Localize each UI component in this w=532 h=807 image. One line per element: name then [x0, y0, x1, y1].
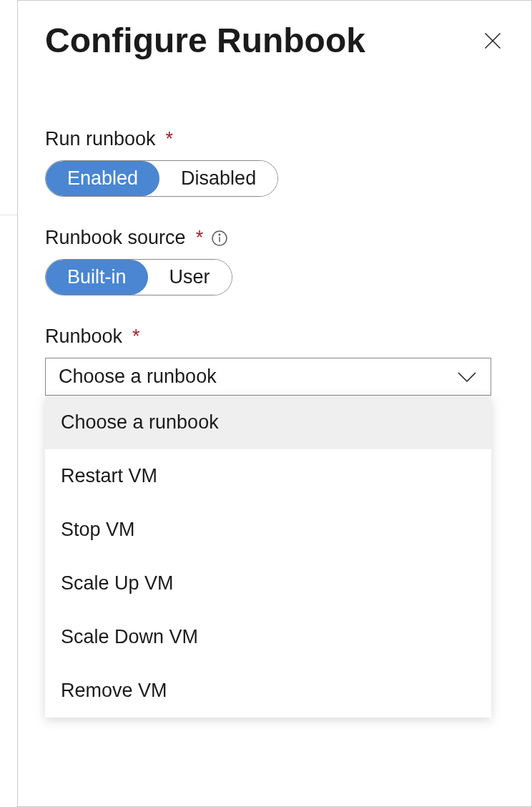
run-runbook-label: Run runbook — [45, 128, 156, 150]
panel-header: Configure Runbook — [45, 21, 504, 60]
runbook-dropdown-list: Choose a runbook Restart VM Stop VM Scal… — [45, 396, 491, 718]
runbook-label-row: Runbook * — [45, 326, 504, 348]
run-runbook-toggle: Enabled Disabled — [45, 160, 278, 197]
runbook-dropdown[interactable]: Choose a runbook — [45, 358, 491, 396]
runbook-option-scale-down-vm[interactable]: Scale Down VM — [45, 610, 491, 664]
run-runbook-enabled-option[interactable]: Enabled — [46, 161, 159, 196]
runbook-option-placeholder[interactable]: Choose a runbook — [45, 396, 491, 449]
run-runbook-label-row: Run runbook * — [45, 128, 504, 150]
runbook-option-stop-vm[interactable]: Stop VM — [45, 503, 491, 557]
required-asterisk: * — [132, 326, 140, 348]
runbook-source-field: Runbook source * Built-in User — [45, 227, 504, 295]
runbook-source-label: Runbook source — [45, 227, 186, 249]
info-icon[interactable] — [210, 229, 229, 248]
runbook-source-toggle: Built-in User — [45, 259, 232, 295]
runbook-dropdown-selected: Choose a runbook — [59, 366, 217, 388]
close-icon[interactable] — [481, 29, 504, 52]
runbook-field: Runbook * Choose a runbook Choose a runb… — [45, 326, 504, 396]
required-asterisk: * — [166, 128, 174, 150]
run-runbook-disabled-option[interactable]: Disabled — [159, 161, 277, 196]
runbook-label: Runbook — [45, 326, 122, 348]
run-runbook-field: Run runbook * Enabled Disabled — [45, 128, 504, 197]
configure-runbook-panel: Configure Runbook Run runbook * Enabled … — [17, 0, 532, 807]
panel-title: Configure Runbook — [45, 21, 365, 60]
runbook-dropdown-wrapper: Choose a runbook Choose a runbook Restar… — [45, 358, 504, 396]
runbook-option-restart-vm[interactable]: Restart VM — [45, 449, 491, 503]
required-asterisk: * — [196, 227, 204, 249]
runbook-option-scale-up-vm[interactable]: Scale Up VM — [45, 557, 491, 610]
chevron-down-icon — [456, 370, 478, 384]
left-edge-line — [0, 215, 17, 217]
runbook-option-remove-vm[interactable]: Remove VM — [45, 664, 491, 718]
runbook-source-label-row: Runbook source * — [45, 227, 504, 249]
runbook-source-builtin-option[interactable]: Built-in — [46, 260, 148, 295]
svg-point-4 — [219, 234, 220, 235]
runbook-source-user-option[interactable]: User — [148, 260, 232, 295]
